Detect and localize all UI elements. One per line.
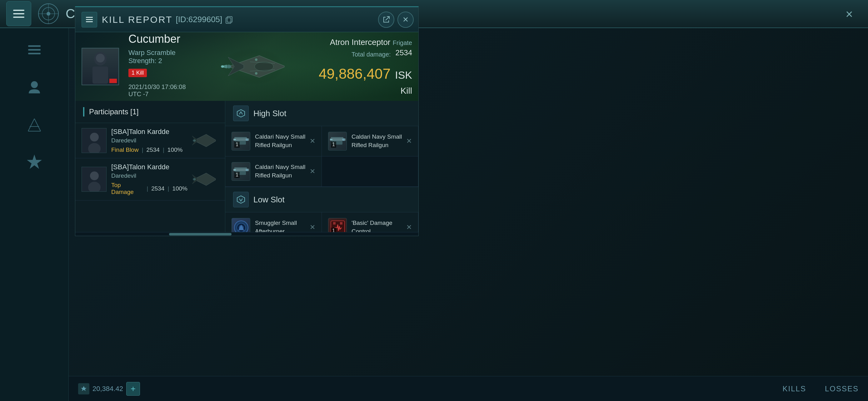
modal-actions: ✕ xyxy=(378,11,414,28)
item-icon-railgun-1: 1 xyxy=(231,132,250,151)
item-qty-2: 1 xyxy=(331,141,336,148)
kill-location: 1IX-CO < LIB-F9 < Branch xyxy=(128,100,191,101)
damage-label: Total damage: xyxy=(351,51,391,58)
sidebar-item-menu[interactable] xyxy=(22,37,47,63)
svg-rect-45 xyxy=(330,139,333,140)
ship-image xyxy=(203,38,303,95)
svg-rect-15 xyxy=(227,16,232,22)
close-app-button[interactable]: × xyxy=(840,5,859,24)
svg-point-20 xyxy=(93,71,107,84)
bottom-stat-value: 20,384.42 + xyxy=(78,382,140,396)
svg-point-24 xyxy=(255,58,257,61)
menu-button[interactable] xyxy=(6,1,31,26)
high-slot-title: High Slot xyxy=(253,109,286,119)
participant-ship-1: Daredevil xyxy=(111,137,187,144)
add-stat-button[interactable]: + xyxy=(126,382,140,396)
equipment-panel[interactable]: High Slot 1 xyxy=(225,101,418,232)
high-slot-item-2: 1 Caldari Navy Small Rifled Railgun ✕ xyxy=(322,126,418,157)
damage-value: 2534 xyxy=(396,48,412,57)
item-close-1[interactable]: ✕ xyxy=(310,137,315,145)
high-slot-header: High Slot xyxy=(225,101,418,126)
item-icon-railgun-3: 1 xyxy=(231,162,250,181)
svg-point-28 xyxy=(90,133,99,141)
sidebar-item-combat[interactable] xyxy=(22,112,47,137)
item-name-railgun-1: Caldari Navy Small Rifled Railgun xyxy=(255,133,307,149)
item-close-dc[interactable]: ✕ xyxy=(406,223,412,231)
hero-info: [DAFT]Lucid Cucumber Warp Scramble Stren… xyxy=(125,32,194,101)
low-slot-icon xyxy=(233,192,249,207)
kill-badge: 1 Kill xyxy=(128,69,147,77)
participant-pct-1: 100% xyxy=(167,146,183,153)
participant-info-1: [SBA]Talon Kardde Daredevil Final Blow |… xyxy=(111,128,187,153)
svg-line-10 xyxy=(34,119,41,131)
svg-rect-50 xyxy=(234,169,236,170)
corp-badge xyxy=(110,79,117,83)
participant-avatar-2 xyxy=(82,167,106,192)
item-close-2[interactable]: ✕ xyxy=(406,137,412,145)
item-qty-dc: 1 xyxy=(331,228,336,232)
participant-ship-2: Daredevil xyxy=(111,172,187,179)
svg-point-19 xyxy=(96,54,105,63)
warp-scramble: Warp Scramble Strength: 2 xyxy=(128,49,191,65)
participant-row-2: [SBA]Talon Kardde Daredevil Top Damage |… xyxy=(75,158,225,201)
svg-point-49 xyxy=(246,169,248,171)
hero-stats: Atron Interceptor Frigate Total damage: … xyxy=(312,32,418,101)
modal-scrollbar[interactable] xyxy=(75,232,418,236)
high-slot-items: 1 Caldari Navy Small Rifled Railgun ✕ xyxy=(225,126,418,187)
high-slot-item-4 xyxy=(322,157,418,187)
svg-point-8 xyxy=(31,81,37,88)
pilot-avatar xyxy=(82,48,119,85)
high-slot-icon xyxy=(233,106,249,121)
svg-point-39 xyxy=(246,138,248,141)
svg-rect-5 xyxy=(28,45,41,47)
participant-row: [SBA]Talon Kardde Daredevil Final Blow |… xyxy=(75,123,225,158)
kill-hero: [DAFT]Lucid Cucumber Warp Scramble Stren… xyxy=(75,32,418,101)
external-link-button[interactable] xyxy=(378,11,394,28)
svg-point-23 xyxy=(226,65,231,68)
item-close-ab[interactable]: ✕ xyxy=(310,223,315,231)
participant-stats-2: Top Damage | 2534 | 100% xyxy=(111,182,187,196)
ship-name: Atron Interceptor Frigate xyxy=(319,37,412,47)
logo-icon xyxy=(37,3,59,25)
scrollbar-thumb[interactable] xyxy=(169,233,231,235)
low-slot-item-2: 1 'Basic' Damage Control ✕ xyxy=(322,212,418,232)
item-qty-1: 1 xyxy=(234,141,240,148)
svg-point-30 xyxy=(193,139,196,142)
stat-value: 20,384.42 xyxy=(92,385,123,393)
participant-damage-2: 2534 xyxy=(151,185,164,192)
participant-info-2: [SBA]Talon Kardde Daredevil Top Damage |… xyxy=(111,163,187,196)
pilot-name: [DAFT]Lucid Cucumber xyxy=(128,32,191,45)
item-close-3[interactable]: ✕ xyxy=(310,167,315,175)
copy-icon xyxy=(225,15,234,24)
svg-rect-6 xyxy=(28,49,41,51)
stat-icon xyxy=(78,383,89,395)
final-blow-label: Final Blow xyxy=(111,146,139,153)
modal-menu-button[interactable] xyxy=(82,12,97,28)
participant-ship-img-1 xyxy=(187,131,219,150)
svg-rect-42 xyxy=(331,137,343,138)
participant-avatar-1 xyxy=(82,128,106,153)
kill-datetime: 2021/10/30 17:06:08 UTC -7 xyxy=(128,83,191,98)
modal-close-button[interactable]: ✕ xyxy=(398,11,414,28)
svg-point-25 xyxy=(255,72,257,75)
isk-label: ISK xyxy=(395,69,412,81)
low-slot-items: Smuggler Small Afterburner ✕ 1 xyxy=(225,212,418,232)
losses-label: Losses xyxy=(825,385,859,393)
svg-point-44 xyxy=(342,138,345,141)
participants-panel: Participants [1] [SBA]Talon Kardde Dared… xyxy=(75,101,225,232)
modal-title: KILL REPORT xyxy=(102,14,173,25)
svg-rect-37 xyxy=(234,137,247,138)
participant-ship-img-2 xyxy=(187,170,219,189)
participants-title: Participants [1] xyxy=(89,107,139,116)
sidebar-item-medals[interactable] xyxy=(22,150,47,175)
bottom-bar: 20,384.42 + Kills Losses xyxy=(69,376,868,401)
item-name-railgun-3: Caldari Navy Small Rifled Railgun xyxy=(255,163,307,179)
participant-stats-1: Final Blow | 2534 | 100% xyxy=(111,146,187,153)
sidebar-item-bio[interactable] xyxy=(22,75,47,100)
low-slot-section: Low Slot Smuggler Small xyxy=(225,187,418,232)
kill-type: Kill xyxy=(319,86,412,96)
low-slot-header: Low Slot xyxy=(225,187,418,212)
item-name-railgun-2: Caldari Navy Small Rifled Railgun xyxy=(351,133,403,149)
svg-point-32 xyxy=(90,171,99,180)
svg-point-26 xyxy=(221,65,224,68)
